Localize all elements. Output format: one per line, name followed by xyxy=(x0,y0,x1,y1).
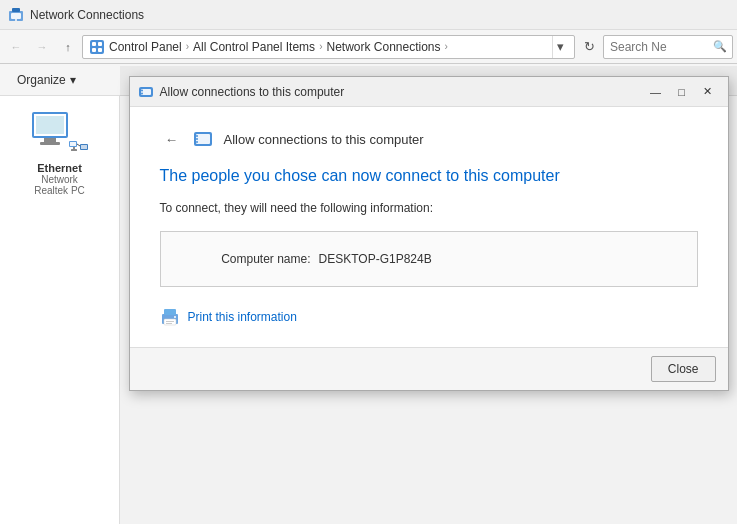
dialog-maximize-button[interactable]: □ xyxy=(670,82,694,102)
svg-point-24 xyxy=(141,92,143,94)
svg-rect-17 xyxy=(71,149,77,151)
breadcrumb-sep-2: › xyxy=(319,41,322,52)
svg-point-35 xyxy=(174,316,176,318)
print-icon xyxy=(160,307,180,327)
svg-point-29 xyxy=(196,141,198,143)
dialog-body: ← Allow connections to this computer T xyxy=(130,107,728,347)
ethernet-sublabel: Network xyxy=(41,174,78,185)
breadcrumb-network[interactable]: Network Connections xyxy=(326,40,440,54)
info-text: To connect, they will need the following… xyxy=(160,201,698,215)
dialog-footer: Close xyxy=(130,347,728,390)
svg-rect-13 xyxy=(36,116,64,134)
print-link[interactable]: Print this information xyxy=(188,310,297,324)
nav-bar: ← → ↑ Control Panel › All Control Panel … xyxy=(0,30,737,64)
forward-button[interactable]: → xyxy=(30,35,54,59)
dialog-title-left: Allow connections to this computer xyxy=(138,84,345,100)
svg-rect-31 xyxy=(164,309,176,315)
ethernet-label: Ethernet xyxy=(37,162,82,174)
svg-point-23 xyxy=(141,89,143,91)
svg-line-20 xyxy=(77,144,80,146)
svg-rect-33 xyxy=(166,321,174,322)
svg-rect-2 xyxy=(12,8,20,12)
svg-rect-7 xyxy=(92,48,96,52)
svg-point-27 xyxy=(196,135,198,137)
dialog-heading: Allow connections to this computer xyxy=(224,132,424,147)
refresh-button[interactable]: ↻ xyxy=(577,35,601,59)
dialog-title-icon xyxy=(138,84,154,100)
page-wizard-icon xyxy=(192,128,214,150)
ethernet-icon-overlay xyxy=(68,136,90,158)
dialog-title-controls: — □ ✕ xyxy=(644,82,720,102)
dialog-close-x-button[interactable]: ✕ xyxy=(696,82,720,102)
breadcrumb-sep-3: › xyxy=(445,41,448,52)
ethernet-sublabel2: Realtek PC xyxy=(34,185,85,196)
svg-rect-4 xyxy=(90,40,104,54)
control-panel-icon xyxy=(89,39,105,55)
dialog-title-bar: Allow connections to this computer — □ ✕ xyxy=(130,77,728,107)
print-row: Print this information xyxy=(160,307,698,327)
main-area: Ethernet Network Realtek PC Allow connec… xyxy=(0,96,737,524)
address-dropdown-button[interactable]: ▾ xyxy=(552,36,568,58)
svg-rect-19 xyxy=(81,145,87,149)
svg-rect-15 xyxy=(70,142,76,146)
back-btn-row: ← Allow connections to this computer xyxy=(160,127,698,151)
dialog-back-button[interactable]: ← xyxy=(160,127,184,151)
back-button[interactable]: ← xyxy=(4,35,28,59)
info-box: Computer name: DESKTOP-G1P824B xyxy=(160,231,698,287)
organize-button[interactable]: Organize ▾ xyxy=(8,68,85,92)
success-text: The people you chose can now connect to … xyxy=(160,167,698,185)
svg-rect-26 xyxy=(196,134,210,144)
address-bar: Control Panel › All Control Panel Items … xyxy=(82,35,575,59)
dialog-close-button[interactable]: Close xyxy=(651,356,716,382)
computer-name-label: Computer name: xyxy=(191,252,311,266)
dialog-minimize-button[interactable]: — xyxy=(644,82,668,102)
computer-name-value: DESKTOP-G1P824B xyxy=(319,252,432,266)
search-wrapper: 🔍 xyxy=(603,35,733,59)
ethernet-icon-container xyxy=(30,110,90,158)
svg-rect-8 xyxy=(98,48,102,52)
svg-rect-6 xyxy=(98,42,102,46)
breadcrumb-all-items[interactable]: All Control Panel Items xyxy=(193,40,315,54)
svg-rect-1 xyxy=(11,13,21,19)
svg-point-3 xyxy=(15,19,17,21)
dialog-overlay: Allow connections to this computer — □ ✕ xyxy=(120,66,737,524)
search-icon: 🔍 xyxy=(713,40,727,53)
title-bar: Network Connections xyxy=(0,0,737,30)
breadcrumb-control-panel[interactable]: Control Panel xyxy=(109,40,182,54)
title-bar-icon xyxy=(8,7,24,23)
svg-rect-12 xyxy=(40,142,60,145)
svg-rect-11 xyxy=(44,138,56,142)
breadcrumb-sep-1: › xyxy=(186,41,189,52)
svg-point-28 xyxy=(196,138,198,140)
dialog: Allow connections to this computer — □ ✕ xyxy=(129,76,729,391)
organize-arrow: ▾ xyxy=(70,73,76,87)
svg-rect-34 xyxy=(166,323,172,324)
page-icon-title: Allow connections to this computer xyxy=(192,128,424,150)
svg-rect-5 xyxy=(92,42,96,46)
window-title: Network Connections xyxy=(30,8,144,22)
organize-label: Organize xyxy=(17,73,66,87)
ethernet-item[interactable]: Ethernet Network Realtek PC xyxy=(4,104,115,202)
up-button[interactable]: ↑ xyxy=(56,35,80,59)
sidebar: Ethernet Network Realtek PC xyxy=(0,96,120,524)
dialog-title-text: Allow connections to this computer xyxy=(160,85,345,99)
svg-rect-16 xyxy=(73,147,75,149)
